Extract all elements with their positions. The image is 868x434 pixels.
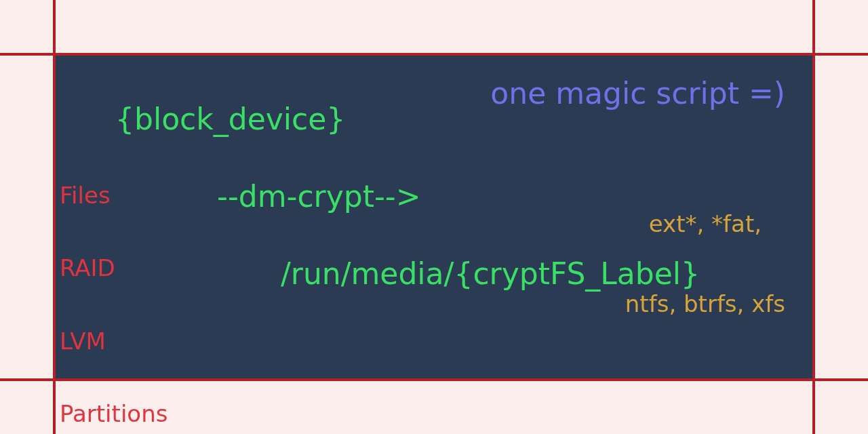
device-type-files: Files bbox=[60, 184, 193, 208]
filesystems-list: ext*, *fat, ntfs, btrfs, xfs bbox=[625, 158, 785, 370]
title-magic-script: one magic script =) bbox=[490, 76, 785, 111]
fs-line-1: ext*, *fat, bbox=[625, 211, 785, 237]
fs-line-2: ntfs, btrfs, xfs bbox=[625, 291, 785, 317]
grid-vline-right bbox=[812, 0, 815, 434]
block-device-placeholder: {block_device} bbox=[115, 102, 345, 136]
device-type-raid: RAID bbox=[60, 256, 193, 281]
device-types-list: Files RAID LVM Partitions RAW Drives bbox=[60, 136, 193, 434]
device-type-lvm: LVM bbox=[60, 330, 193, 354]
dm-crypt-arrow: --dm-crypt--> bbox=[217, 179, 421, 214]
diagram-panel: one magic script =) {block_device} Files… bbox=[56, 56, 812, 378]
device-type-partitions: Partitions bbox=[60, 402, 193, 427]
